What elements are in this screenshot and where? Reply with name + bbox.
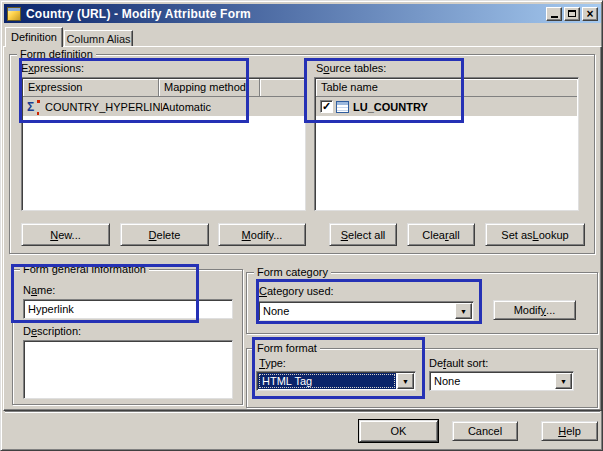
minimize-button[interactable]: [546, 7, 562, 21]
default-sort-dropdown-arrow-icon[interactable]: ▼: [555, 373, 572, 389]
form-format-group-label: Form format: [254, 342, 320, 354]
expressions-label: Expressions:: [21, 62, 84, 74]
ok-button[interactable]: OK: [359, 420, 438, 442]
category-modify-button[interactable]: Modify...: [493, 300, 576, 320]
category-used-dropdown[interactable]: None ▼: [258, 301, 474, 321]
help-button[interactable]: Help: [541, 421, 598, 441]
title-bar[interactable]: Country (URL) - Modify Attribute Form ×: [4, 4, 601, 23]
source-tables-label: Source tables:: [316, 62, 386, 74]
column-header-filler: [260, 79, 304, 97]
new-button[interactable]: New...: [21, 223, 110, 246]
category-used-label: Category used:: [259, 285, 334, 297]
arrow-down-icon: ▼: [402, 378, 409, 385]
source-tables-list[interactable]: Table name ✓ LU_COUNTRY: [314, 77, 579, 211]
clear-all-button[interactable]: Clear all: [407, 223, 475, 246]
source-tables-list-header: Table name: [316, 79, 577, 97]
cancel-button[interactable]: Cancel: [452, 421, 518, 441]
form-definition-group-label: Form definition: [17, 48, 96, 60]
expression-row[interactable]: Σ COUNTRY_HYPERLINK Automatic: [23, 97, 304, 116]
delete-button[interactable]: Delete: [120, 223, 209, 246]
modify-button[interactable]: Modify...: [218, 223, 306, 246]
minimize-icon: [551, 16, 558, 18]
category-dropdown-arrow-icon[interactable]: ▼: [455, 303, 472, 319]
close-button[interactable]: ×: [582, 7, 598, 21]
arrow-down-icon: ▼: [460, 308, 467, 315]
footer-separator: [5, 411, 600, 413]
type-dropdown[interactable]: HTML Tag ▼: [256, 371, 416, 391]
modify-attribute-form-dialog: Country (URL) - Modify Attribute Form × …: [0, 0, 603, 451]
form-general-information-group-label: Form general information: [20, 263, 149, 275]
set-as-lookup-button[interactable]: Set as Lookup: [485, 223, 585, 246]
name-field[interactable]: [23, 299, 233, 319]
column-header-expression[interactable]: Expression: [23, 79, 159, 97]
expressions-list-header: Expression Mapping method: [23, 79, 304, 97]
type-label: Type:: [259, 357, 286, 369]
expression-sigma-icon: Σ: [27, 101, 41, 113]
category-used-value: None: [259, 302, 454, 320]
source-table-name: LU_COUNTRY: [353, 101, 428, 113]
source-table-checkbox[interactable]: ✓: [320, 100, 333, 113]
caption-buttons: ×: [544, 7, 598, 21]
app-icon: [7, 7, 21, 21]
tab-column-alias[interactable]: Column Alias: [64, 30, 133, 47]
type-dropdown-arrow-icon[interactable]: ▼: [397, 373, 414, 389]
description-field[interactable]: [23, 340, 233, 399]
type-value: HTML Tag: [258, 373, 396, 389]
description-label: Description:: [23, 325, 81, 337]
name-label: Name:: [23, 284, 55, 296]
tab-definition[interactable]: Definition: [5, 27, 63, 47]
window-title: Country (URL) - Modify Attribute Form: [26, 7, 251, 21]
default-sort-label: Default sort:: [429, 357, 488, 369]
table-icon: [336, 101, 349, 113]
default-sort-value: None: [430, 372, 554, 390]
expression-name: COUNTRY_HYPERLINK: [45, 101, 162, 113]
check-icon: ✓: [322, 101, 331, 112]
column-header-table-name[interactable]: Table name: [316, 79, 577, 97]
expressions-list[interactable]: Expression Mapping method Σ COUNTRY_HYPE…: [21, 77, 306, 211]
column-header-mapping-method[interactable]: Mapping method: [159, 79, 260, 97]
default-sort-dropdown[interactable]: None ▼: [429, 371, 574, 391]
maximize-icon: [568, 10, 576, 17]
maximize-button[interactable]: [564, 7, 580, 21]
expression-mapping-method: Automatic: [162, 101, 211, 113]
close-icon: ×: [586, 9, 593, 19]
form-category-group-label: Form category: [254, 266, 331, 278]
arrow-down-icon: ▼: [560, 378, 567, 385]
source-table-row[interactable]: ✓ LU_COUNTRY: [316, 97, 577, 116]
select-all-button[interactable]: Select all: [329, 223, 397, 246]
